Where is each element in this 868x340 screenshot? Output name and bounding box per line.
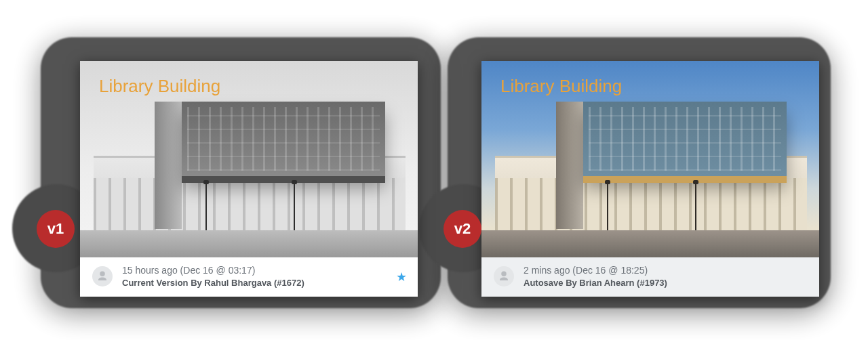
version-timestamp: 2 mins ago (Dec 16 @ 18:25) bbox=[524, 264, 667, 277]
version-meta-text: 2 mins ago (Dec 16 @ 18:25) Autosave By … bbox=[524, 264, 667, 289]
star-icon[interactable]: ★ bbox=[396, 270, 407, 284]
avatar bbox=[92, 266, 113, 286]
slide-title: Library Building bbox=[500, 76, 622, 97]
version-badge-v1[interactable]: v1 bbox=[37, 210, 75, 248]
version-card[interactable]: Library Building 15 hours ago (Dec 16 @ … bbox=[80, 61, 433, 284]
version-compare-stage: v1 v2 Library Building bbox=[0, 0, 868, 340]
version-card-inner: Library Building 15 hours ago (Dec 16 @ … bbox=[80, 61, 418, 297]
slide-title: Library Building bbox=[99, 76, 220, 97]
version-thumbnail[interactable]: Library Building bbox=[80, 61, 418, 257]
version-author-line: Autosave By Brian Ahearn (#1973) bbox=[524, 277, 667, 289]
version-meta-text: 15 hours ago (Dec 16 @ 03:17) Current Ve… bbox=[122, 264, 304, 289]
avatar bbox=[494, 266, 514, 286]
version-meta-bar[interactable]: 2 mins ago (Dec 16 @ 18:25) Autosave By … bbox=[481, 257, 819, 297]
version-card-inner: Library Building 2 mins ago (Dec 16 @ 18… bbox=[481, 61, 819, 297]
version-badge-label: v1 bbox=[47, 220, 64, 238]
version-author-line: Current Version By Rahul Bhargava (#1672… bbox=[122, 277, 304, 289]
version-badge-label: v2 bbox=[454, 220, 471, 238]
user-icon bbox=[96, 270, 108, 282]
version-badge-v2[interactable]: v2 bbox=[443, 210, 481, 248]
version-meta-bar[interactable]: 15 hours ago (Dec 16 @ 03:17) Current Ve… bbox=[80, 257, 418, 297]
version-timestamp: 15 hours ago (Dec 16 @ 03:17) bbox=[122, 264, 304, 277]
version-thumbnail[interactable]: Library Building bbox=[481, 61, 819, 257]
version-card[interactable]: Library Building 2 mins ago (Dec 16 @ 18… bbox=[481, 61, 834, 284]
user-icon bbox=[498, 270, 510, 282]
